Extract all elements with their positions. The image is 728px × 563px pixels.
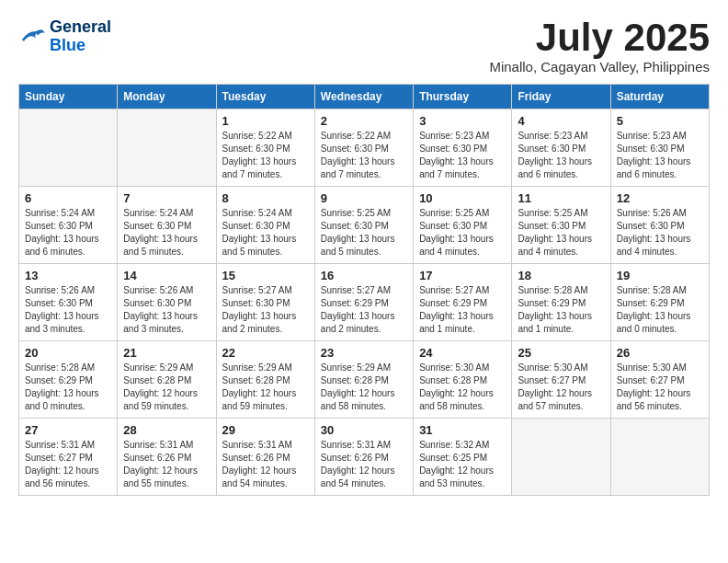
day-number: 8 [222, 191, 309, 205]
calendar-header-cell: Sunday [19, 85, 118, 109]
calendar-day-cell: 3Sunrise: 5:23 AM Sunset: 6:30 PM Daylig… [414, 109, 512, 187]
logo: General Blue [18, 18, 111, 55]
calendar-day-cell: 18Sunrise: 5:28 AM Sunset: 6:29 PM Dayli… [512, 264, 610, 341]
day-info: Sunrise: 5:24 AM Sunset: 6:30 PM Dayligh… [123, 207, 210, 259]
day-number: 1 [222, 114, 309, 128]
calendar-day-cell: 24Sunrise: 5:30 AM Sunset: 6:28 PM Dayli… [414, 341, 512, 419]
calendar-header-cell: Monday [118, 85, 216, 109]
day-number: 22 [222, 346, 309, 360]
calendar-day-cell: 31Sunrise: 5:32 AM Sunset: 6:25 PM Dayli… [414, 419, 512, 496]
calendar-day-cell: 23Sunrise: 5:29 AM Sunset: 6:28 PM Dayli… [314, 341, 413, 419]
calendar-day-cell: 14Sunrise: 5:26 AM Sunset: 6:30 PM Dayli… [118, 264, 216, 341]
title-area: July 2025 Minallo, Cagayan Valley, Phili… [489, 18, 710, 75]
calendar-day-cell: 12Sunrise: 5:26 AM Sunset: 6:30 PM Dayli… [610, 187, 709, 264]
calendar-day-cell: 6Sunrise: 5:24 AM Sunset: 6:30 PM Daylig… [19, 187, 118, 264]
calendar-week-row: 6Sunrise: 5:24 AM Sunset: 6:30 PM Daylig… [19, 187, 710, 264]
day-info: Sunrise: 5:29 AM Sunset: 6:28 PM Dayligh… [222, 362, 309, 413]
day-number: 15 [222, 269, 309, 282]
day-number: 24 [419, 346, 506, 360]
calendar-table: SundayMondayTuesdayWednesdayThursdayFrid… [18, 84, 710, 496]
day-number: 16 [321, 269, 407, 282]
day-number: 28 [123, 423, 210, 437]
day-number: 25 [518, 346, 604, 360]
day-info: Sunrise: 5:28 AM Sunset: 6:29 PM Dayligh… [518, 284, 604, 336]
day-info: Sunrise: 5:31 AM Sunset: 6:27 PM Dayligh… [25, 439, 111, 490]
day-info: Sunrise: 5:29 AM Sunset: 6:28 PM Dayligh… [123, 362, 210, 413]
day-number: 12 [617, 191, 703, 205]
calendar-day-cell: 30Sunrise: 5:31 AM Sunset: 6:26 PM Dayli… [314, 419, 413, 496]
day-number: 20 [25, 346, 111, 360]
calendar-day-cell: 28Sunrise: 5:31 AM Sunset: 6:26 PM Dayli… [118, 419, 216, 496]
day-info: Sunrise: 5:27 AM Sunset: 6:29 PM Dayligh… [321, 284, 407, 336]
day-number: 5 [617, 114, 703, 128]
calendar-day-cell: 16Sunrise: 5:27 AM Sunset: 6:29 PM Dayli… [314, 264, 413, 341]
calendar-day-cell: 17Sunrise: 5:27 AM Sunset: 6:29 PM Dayli… [414, 264, 512, 341]
calendar-day-cell: 11Sunrise: 5:25 AM Sunset: 6:30 PM Dayli… [512, 187, 610, 264]
day-number: 29 [222, 423, 309, 437]
day-info: Sunrise: 5:22 AM Sunset: 6:30 PM Dayligh… [222, 130, 309, 181]
day-info: Sunrise: 5:25 AM Sunset: 6:30 PM Dayligh… [419, 207, 506, 259]
calendar-day-cell: 7Sunrise: 5:24 AM Sunset: 6:30 PM Daylig… [118, 187, 216, 264]
calendar-day-cell [118, 109, 216, 187]
day-number: 30 [321, 423, 407, 437]
calendar-day-cell: 8Sunrise: 5:24 AM Sunset: 6:30 PM Daylig… [216, 187, 314, 264]
day-number: 4 [518, 114, 604, 128]
day-number: 10 [419, 191, 506, 205]
day-number: 26 [617, 346, 703, 360]
calendar-day-cell: 1Sunrise: 5:22 AM Sunset: 6:30 PM Daylig… [216, 109, 314, 187]
calendar-body: 1Sunrise: 5:22 AM Sunset: 6:30 PM Daylig… [19, 109, 710, 496]
day-info: Sunrise: 5:26 AM Sunset: 6:30 PM Dayligh… [123, 284, 210, 336]
calendar-day-cell [512, 419, 610, 496]
calendar-day-cell: 9Sunrise: 5:25 AM Sunset: 6:30 PM Daylig… [314, 187, 413, 264]
day-number: 3 [419, 114, 506, 128]
day-info: Sunrise: 5:31 AM Sunset: 6:26 PM Dayligh… [123, 439, 210, 490]
day-number: 14 [123, 269, 210, 282]
day-number: 21 [123, 346, 210, 360]
calendar-header-cell: Thursday [414, 85, 512, 109]
calendar-day-cell: 27Sunrise: 5:31 AM Sunset: 6:27 PM Dayli… [19, 419, 118, 496]
day-number: 9 [321, 191, 407, 205]
header: General Blue July 2025 Minallo, Cagayan … [18, 18, 710, 75]
day-info: Sunrise: 5:25 AM Sunset: 6:30 PM Dayligh… [518, 207, 604, 259]
calendar-day-cell: 15Sunrise: 5:27 AM Sunset: 6:30 PM Dayli… [216, 264, 314, 341]
day-info: Sunrise: 5:23 AM Sunset: 6:30 PM Dayligh… [419, 130, 506, 181]
calendar-day-cell: 19Sunrise: 5:28 AM Sunset: 6:29 PM Dayli… [610, 264, 709, 341]
calendar-day-cell: 2Sunrise: 5:22 AM Sunset: 6:30 PM Daylig… [314, 109, 413, 187]
logo-icon [18, 25, 46, 48]
calendar-header-cell: Tuesday [216, 85, 314, 109]
calendar-day-cell: 22Sunrise: 5:29 AM Sunset: 6:28 PM Dayli… [216, 341, 314, 419]
day-info: Sunrise: 5:24 AM Sunset: 6:30 PM Dayligh… [222, 207, 309, 259]
day-number: 13 [25, 269, 111, 282]
day-info: Sunrise: 5:32 AM Sunset: 6:25 PM Dayligh… [419, 439, 506, 490]
day-info: Sunrise: 5:28 AM Sunset: 6:29 PM Dayligh… [25, 362, 111, 413]
day-number: 6 [25, 191, 111, 205]
day-number: 27 [25, 423, 111, 437]
day-number: 18 [518, 269, 604, 282]
day-info: Sunrise: 5:23 AM Sunset: 6:30 PM Dayligh… [617, 130, 703, 181]
logo-text: General Blue [50, 18, 111, 55]
day-number: 11 [518, 191, 604, 205]
month-title: July 2025 [489, 18, 710, 57]
day-info: Sunrise: 5:22 AM Sunset: 6:30 PM Dayligh… [321, 130, 407, 181]
day-info: Sunrise: 5:31 AM Sunset: 6:26 PM Dayligh… [321, 439, 407, 490]
calendar-day-cell: 10Sunrise: 5:25 AM Sunset: 6:30 PM Dayli… [414, 187, 512, 264]
calendar-week-row: 13Sunrise: 5:26 AM Sunset: 6:30 PM Dayli… [19, 264, 710, 341]
calendar-week-row: 27Sunrise: 5:31 AM Sunset: 6:27 PM Dayli… [19, 419, 710, 496]
calendar-day-cell: 26Sunrise: 5:30 AM Sunset: 6:27 PM Dayli… [610, 341, 709, 419]
day-info: Sunrise: 5:26 AM Sunset: 6:30 PM Dayligh… [25, 284, 111, 336]
calendar-day-cell: 20Sunrise: 5:28 AM Sunset: 6:29 PM Dayli… [19, 341, 118, 419]
location-subtitle: Minallo, Cagayan Valley, Philippines [489, 59, 710, 75]
calendar-day-cell [610, 419, 709, 496]
day-info: Sunrise: 5:30 AM Sunset: 6:27 PM Dayligh… [518, 362, 604, 413]
day-info: Sunrise: 5:29 AM Sunset: 6:28 PM Dayligh… [321, 362, 407, 413]
day-number: 7 [123, 191, 210, 205]
calendar-header-cell: Saturday [610, 85, 709, 109]
calendar-week-row: 20Sunrise: 5:28 AM Sunset: 6:29 PM Dayli… [19, 341, 710, 419]
day-info: Sunrise: 5:26 AM Sunset: 6:30 PM Dayligh… [617, 207, 703, 259]
calendar-header-row: SundayMondayTuesdayWednesdayThursdayFrid… [19, 85, 710, 109]
calendar-header-cell: Friday [512, 85, 610, 109]
day-info: Sunrise: 5:27 AM Sunset: 6:30 PM Dayligh… [222, 284, 309, 336]
day-info: Sunrise: 5:30 AM Sunset: 6:27 PM Dayligh… [617, 362, 703, 413]
calendar-day-cell: 29Sunrise: 5:31 AM Sunset: 6:26 PM Dayli… [216, 419, 314, 496]
day-number: 19 [617, 269, 703, 282]
